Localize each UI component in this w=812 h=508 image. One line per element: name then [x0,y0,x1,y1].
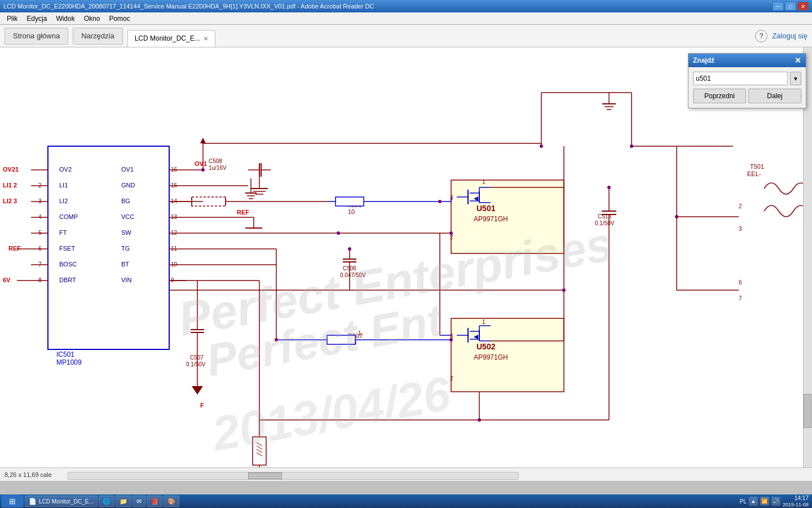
svg-rect-86 [336,197,364,206]
start-button[interactable]: ⊞ [1,495,24,507]
svg-text:OV1: OV1 [195,160,207,167]
svg-text:U502: U502 [476,342,496,351]
svg-text:FSET: FSET [59,245,75,252]
help-icon[interactable]: ? [755,30,767,42]
svg-point-162 [540,144,543,148]
tray-icon-1: ▲ [749,497,758,506]
find-close-button[interactable]: ✕ [795,56,801,65]
svg-point-194 [562,288,566,292]
close-button[interactable]: ✕ [797,2,809,11]
svg-text:REF: REF [237,209,249,216]
svg-text:AP9971GH: AP9971GH [474,353,508,361]
pdf-tab[interactable]: LCD Monitor_DC_E... ✕ [127,30,215,47]
vertical-scrollbar[interactable] [803,47,812,481]
svg-text:1u/16V: 1u/16V [209,165,227,171]
svg-text:0.1/50V: 0.1/50V [186,361,206,367]
login-button[interactable]: Zaloguj się [772,32,807,40]
menubar: Plik Edycja Widok Okno Pomoc [0,12,812,25]
svg-text:C508: C508 [209,158,222,164]
statusbar: 8,26 x 11,69 cale [0,467,812,481]
svg-text:LI1: LI1 [59,182,68,189]
svg-text:COMP: COMP [59,213,78,220]
svg-text:LI1  2: LI1 2 [3,182,17,189]
pdf-app-icon: 📄 [29,498,37,505]
svg-point-111 [449,231,453,235]
mail-icon: ✉ [136,498,142,505]
taskbar: ⊞ 📄 LCD Monitor_DC_E... 🌐 📁 ✉ 📕 🎨 PL ▲ 📶… [0,494,812,508]
svg-text:VIN: VIN [121,277,131,283]
svg-text:BOSC: BOSC [59,261,77,268]
svg-text:1: 1 [482,179,486,185]
horizontal-scrollbar-thumb[interactable] [248,472,282,479]
taskbar-app-mail[interactable]: ✉ [133,496,145,507]
tools-button[interactable]: Narzędzia [73,28,123,45]
tray-network-icon: 📶 [760,497,769,506]
find-dialog: Znajdź ✕ ▼ Poprzedni Dalej [688,53,806,108]
svg-text:LI2  3: LI2 3 [3,198,17,204]
home-button[interactable]: Strona główna [5,28,68,45]
svg-text:OV2: OV2 [59,166,72,173]
taskbar-clock: 14:17 2015-11-08 [783,494,809,508]
svg-text:SW: SW [121,229,131,236]
svg-text:U501: U501 [476,204,496,213]
taskbar-app-browser[interactable]: 🌐 [99,496,114,507]
find-title: Znajdź [693,56,795,64]
svg-text:BG: BG [121,198,130,204]
svg-point-118 [348,247,351,251]
tray-volume-icon: 🔊 [771,497,780,506]
maximize-button[interactable]: □ [785,2,796,11]
taskbar-app-acrobat[interactable]: 📕 [147,496,162,507]
find-previous-button[interactable]: Poprzedni [693,89,746,103]
svg-text:OV1: OV1 [121,166,134,173]
svg-text:T501: T501 [750,163,764,170]
svg-text:2: 2 [450,375,453,382]
main-content: IC501 MP1009 OV2 LI1 LI2 COMP FT FSET BO… [0,47,812,481]
svg-text:10: 10 [348,208,355,215]
svg-text:REF: REF [8,245,21,252]
acrobat-icon: 📕 [151,498,158,505]
minimize-button[interactable]: ─ [773,2,784,11]
menu-widok[interactable]: Widok [51,14,79,24]
svg-text:FT: FT [59,229,67,236]
menu-okno[interactable]: Okno [80,14,105,24]
find-next-button[interactable]: Dalej [748,89,801,103]
svg-text:MP1009: MP1009 [56,358,82,366]
navbar: Strona główna Narzędzia LCD Monitor_DC_E… [0,25,812,47]
pdf-app-label: LCD Monitor_DC_E... [39,498,94,505]
svg-text:3: 3 [739,226,742,232]
svg-point-110 [337,231,340,235]
svg-point-158 [607,186,611,189]
taskbar-app-files[interactable]: 📁 [116,496,131,507]
svg-text:1: 1 [482,319,486,325]
taskbar-app-pdf[interactable]: 📄 LCD Monitor_DC_E... [25,496,98,507]
files-icon: 📁 [120,498,127,505]
svg-text:IC501: IC501 [56,351,74,358]
menu-pomoc[interactable]: Pomoc [104,14,134,24]
titlebar: LCD Monitor_DC_E2200HDA_20080717_114144_… [0,0,812,12]
menu-edycja[interactable]: Edycja [22,14,51,24]
svg-text:7: 7 [739,295,742,301]
svg-text:AP9971GH: AP9971GH [474,215,508,223]
svg-text:DBRT: DBRT [59,277,76,283]
svg-text:GND: GND [121,182,135,189]
svg-text:6V: 6V [3,277,11,283]
svg-point-69 [201,168,205,172]
clock-date: 2015-11-08 [783,502,809,508]
schematic-svg: IC501 MP1009 OV2 LI1 LI2 COMP FT FSET BO… [0,47,812,481]
svg-point-105 [438,200,442,203]
find-dropdown-button[interactable]: ▼ [790,72,801,85]
svg-text:3: 3 [450,195,453,201]
svg-text:VCC: VCC [121,213,134,220]
svg-text:EEL-: EEL- [747,170,761,177]
taskbar-app-paint[interactable]: 🎨 [164,496,179,507]
find-search-input[interactable] [693,72,788,85]
paint-icon: 🎨 [167,498,175,505]
scrollbar-thumb[interactable] [804,394,811,428]
svg-text:2: 2 [739,203,742,209]
svg-text:6: 6 [739,279,742,286]
page-size-label: 8,26 x 11,69 cale [5,471,52,478]
tab-close-icon[interactable]: ✕ [204,36,208,42]
svg-text:LI2: LI2 [59,198,68,204]
horizontal-scrollbar[interactable] [68,472,519,480]
menu-plik[interactable]: Plik [2,14,22,24]
